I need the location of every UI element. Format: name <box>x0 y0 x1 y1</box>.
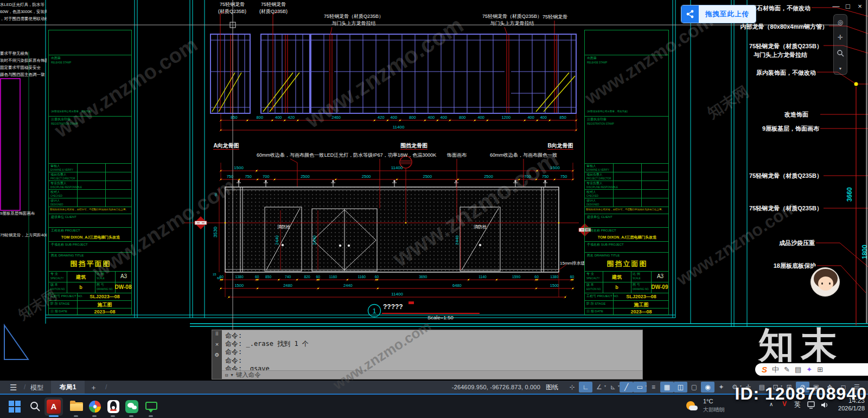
file-explorer-icon[interactable] <box>69 400 84 414</box>
framing-label-2: 75轻钢龙骨(材质Q235B) <box>254 1 293 15</box>
anno-keel-1: 75轻钢龙骨（材质Q235B） <box>749 42 822 50</box>
polar-tracking-icon[interactable]: ∠▾ <box>592 382 606 393</box>
restore-button[interactable]: □ <box>842 2 854 10</box>
start-button[interactable] <box>8 400 22 414</box>
svg-text:60: 60 <box>570 275 575 279</box>
svg-text:850: 850 <box>265 275 272 279</box>
door-label-1: 消防栓 <box>273 224 294 230</box>
svg-text:1500: 1500 <box>550 165 560 170</box>
svg-text:2500: 2500 <box>423 174 432 179</box>
leader-node <box>854 82 858 86</box>
elev-top-dim-right: 1500 <box>535 165 574 172</box>
steering-wheel-icon[interactable]: ◎ <box>838 18 843 26</box>
chevron-down-icon: ▼ <box>231 373 233 377</box>
selection-cycling-icon[interactable]: ◫ <box>674 382 687 393</box>
close-icon[interactable]: × <box>215 341 219 348</box>
svg-text:420: 420 <box>288 115 295 120</box>
running-indicator <box>149 415 153 417</box>
svg-text:1: 1 <box>372 307 376 315</box>
qq-icon[interactable] <box>106 400 120 414</box>
svg-text:400: 400 <box>478 115 485 120</box>
search-icon[interactable] <box>28 400 42 414</box>
clock-date[interactable]: 2026/1/28 <box>819 405 865 411</box>
new-layout-button[interactable]: ＋ <box>90 383 97 393</box>
drain-note: 15mm排水缝 <box>560 260 585 266</box>
view-label-b: B向龙骨图 <box>544 142 577 150</box>
pan-hand-icon[interactable]: ✛ <box>838 34 843 41</box>
svg-text:400: 400 <box>275 115 282 120</box>
elev-bottom-dims-1: 6013806085074082060116011606036901140159… <box>219 275 574 281</box>
navbar-more-icon[interactable]: ▼ <box>839 67 843 70</box>
svg-text:1200: 1200 <box>501 115 510 120</box>
svg-text:750: 750 <box>227 174 234 179</box>
upload-dropzone-button[interactable]: 拖拽至此上传 <box>681 5 756 23</box>
svg-text:2500: 2500 <box>362 174 371 179</box>
svg-text:1500: 1500 <box>550 283 559 288</box>
autocad-icon[interactable]: A <box>47 400 61 414</box>
avatar[interactable] <box>810 267 840 297</box>
weather-desc[interactable]: 大部晴朗 <box>703 406 725 414</box>
svg-text:1590: 1590 <box>512 275 520 279</box>
chinese-mode-icon[interactable]: 中 <box>772 365 779 375</box>
weather-temp[interactable]: 1°C <box>703 398 713 404</box>
svg-text:750: 750 <box>245 174 252 179</box>
browser-icon[interactable] <box>88 400 102 414</box>
close-button[interactable]: × <box>854 2 866 10</box>
tab-model[interactable]: 模型 <box>30 383 43 393</box>
running-indicator <box>129 415 133 417</box>
ortho-toggle-icon[interactable]: ∟ <box>579 382 592 393</box>
svg-text:11400: 11400 <box>391 165 403 170</box>
clipboard-icon[interactable]: ▤ <box>795 365 801 374</box>
skin-icon[interactable]: ✦ <box>806 365 812 374</box>
svg-text:700: 700 <box>263 174 270 179</box>
wechat-icon[interactable] <box>125 400 139 414</box>
transparency-icon[interactable]: ▦ <box>660 382 674 393</box>
svg-text:15: 15 <box>213 273 216 276</box>
toolbox-icon[interactable]: ⊞ <box>817 365 823 374</box>
scrollbar[interactable] <box>866 0 867 323</box>
svg-text:2500: 2500 <box>301 174 310 179</box>
isodraft-icon[interactable]: ⊾▾ <box>606 382 620 393</box>
command-input[interactable]: ⊟ ▼ 键入命令 <box>222 370 642 379</box>
snap-toggle-icon[interactable]: ⊹ <box>565 382 579 393</box>
framing-label-3: 75轻钢龙骨（材质Q235B）与门头上方龙骨拉结 <box>319 13 388 27</box>
svg-text:400: 400 <box>428 115 435 120</box>
tab-layout1[interactable]: 布局1 <box>51 381 85 394</box>
3d-osnap-icon[interactable]: ▢ <box>687 382 701 393</box>
view-label-mid: 围挡龙骨图 <box>395 142 433 150</box>
command-placeholder: 键入命令 <box>236 371 261 379</box>
command-prompt-icon: ⊟ <box>225 372 228 378</box>
svg-text:?????: ????? <box>383 303 403 311</box>
input-method-toolbar: S 中 ✎ ▤ ✦ ⊞ <box>755 363 868 376</box>
lineweight-icon[interactable]: ≡ <box>647 382 660 393</box>
svg-text:1500: 1500 <box>234 283 244 288</box>
elev-leader-1: 60mm收边条，与画布颜色一致 <box>252 152 328 159</box>
svg-text:2440: 2440 <box>312 235 317 245</box>
screenshot-tool-icon[interactable] <box>144 400 158 414</box>
anno-baseboard: 18厘板底板保护 <box>774 262 816 270</box>
paper-space-button[interactable]: 图纸 <box>544 383 560 392</box>
zoom-icon[interactable] <box>837 49 844 59</box>
dynamic-ucs-icon[interactable]: ◉ <box>701 382 714 393</box>
svg-text:60: 60 <box>316 275 320 279</box>
handwriting-icon[interactable]: ✎ <box>784 365 790 374</box>
anno-interior: 原内装饰面，不做改动 <box>756 69 816 77</box>
weather-icon[interactable] <box>685 399 699 413</box>
layout-menu-icon[interactable]: ☰ <box>10 383 17 393</box>
command-history: 命令: 命令: _.erase 找到 1 个 命令: 命令: 命令: _qsav… <box>222 330 642 379</box>
sogou-logo-icon[interactable]: S <box>762 365 767 374</box>
svg-text:11400: 11400 <box>393 125 405 130</box>
anno-keel-1b: 与门头上方龙骨拉结 <box>754 51 807 59</box>
osnap-icon[interactable]: ▭▾ <box>633 382 647 393</box>
command-window[interactable]: ⠿ × ⚙ 命令: 命令: _.erase 找到 1 个 命令: 命令: 命令:… <box>212 330 643 380</box>
annotation-visibility-icon[interactable]: ✦ <box>714 382 728 393</box>
minimize-button[interactable]: — <box>830 2 842 10</box>
elev-dim-row: 7507507002500250025002500700750750 <box>219 174 574 181</box>
anno-keel-3: 75轻钢龙骨（材质Q235B） <box>749 204 822 213</box>
command-window-grip[interactable]: ⠿ × ⚙ <box>212 330 222 379</box>
osnap-tracking-icon[interactable]: ╱ <box>620 382 633 393</box>
title-block-left: 出图章RELEASE STAMP (本图须加盖我公司出图章，否则无效) 注册执业… <box>48 30 132 315</box>
coordinates-readout: -264609.950, -96726.873, 0.000 <box>437 384 540 390</box>
grip-icon[interactable]: ⠿ <box>215 331 219 337</box>
wrench-icon[interactable]: ⚙ <box>215 352 220 358</box>
